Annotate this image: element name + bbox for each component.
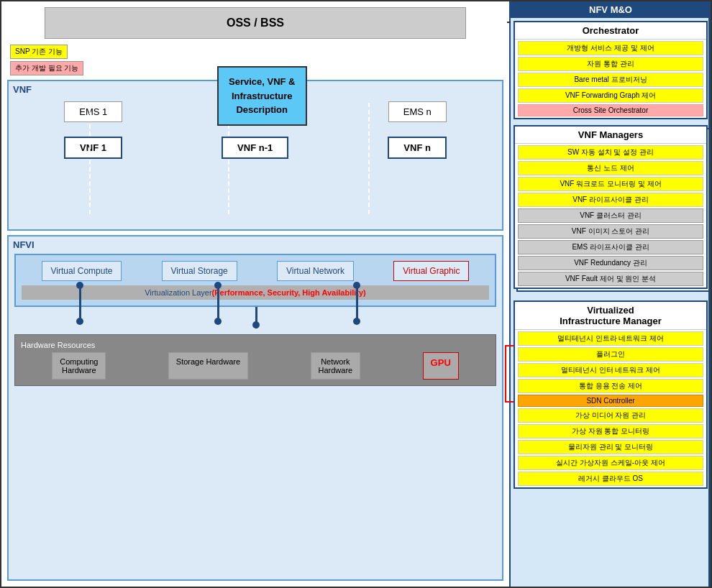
- vnf-section-label: VNF: [13, 84, 32, 95]
- vnfn-blue-line: [356, 285, 358, 321]
- vnf-box-n: VNF n: [388, 137, 447, 159]
- dashed-line-1: [89, 103, 91, 214]
- nfv-header: NFV M&O: [511, 1, 711, 18]
- hw-gpu: GPU: [423, 352, 459, 380]
- vnf-row: VNF 1 VNF n-1 VNF n: [14, 137, 496, 159]
- ems-box-n: EMS n: [388, 101, 447, 122]
- oss-conn-h: [507, 22, 511, 23]
- main-container: OSS / BSS SNP 기존 기능 추가 개발 필요 기능 Service,…: [0, 0, 712, 588]
- vnf-managers-section: VNF Managers SW 자동 설치 및 설정 관리 통신 노드 제어 V…: [514, 125, 708, 289]
- vim-item-8: 물리자원 관리 및 모니터링: [518, 440, 703, 454]
- virt-layer: Virtualization Layer(Performance, Securi…: [22, 285, 489, 300]
- right-panel: NFV M&O Orchestrator 개방형 서비스 제공 및 제어 자원 …: [509, 1, 711, 587]
- vnfn-blue-dot-bot: [353, 318, 360, 325]
- legend-yellow-item: SNP 기존 기능: [10, 45, 503, 59]
- oss-bss-box: OSS / BSS: [45, 7, 467, 39]
- connector-area: [14, 307, 496, 329]
- vnfm-item-4: VNF 라이프사이클 관리: [518, 193, 703, 207]
- vnfm-item-5: VNF 클러스터 관리: [518, 208, 703, 223]
- vim-item-3: 멀티테넌시 인터 네트워크 제어: [518, 363, 703, 377]
- virtual-resources-box: Virtual Compute Virtual Storage Virtual …: [14, 254, 496, 307]
- service-vnf-box: Service, VNF &InfrastructureDescription: [217, 66, 307, 126]
- vnfm-item-8: VNF Redundancy 관리: [518, 256, 703, 270]
- hw-label: Hardware Resources: [21, 341, 490, 349]
- vnf1-blue-line: [79, 285, 81, 321]
- legend-pink-label: 추가 개발 필요 기능: [10, 61, 83, 75]
- virtual-row: Virtual Compute Virtual Storage Virtual …: [22, 261, 489, 281]
- vim-item-7: 가상 자원 통합 모니터링: [518, 424, 703, 438]
- hw-network: NetworkHardware: [311, 352, 361, 380]
- vim-item-1: 멀티테넌시 인트라 네트워크 제어: [518, 331, 703, 346]
- left-panel: OSS / BSS SNP 기존 기능 추가 개발 필요 기능 Service,…: [1, 1, 509, 587]
- vnf-managers-title: VNF Managers: [515, 127, 706, 144]
- ems-box-1: EMS 1: [64, 101, 122, 122]
- vnf-box-n1: VNF n-1: [222, 137, 288, 159]
- vim-item-9: 실시간 가상자원 스케일-아웃 제어: [518, 456, 703, 470]
- vnfn1-blue-dot-bot: [214, 318, 222, 325]
- virtual-network: Virtual Network: [277, 261, 354, 281]
- hw-storage: Storage Hardware: [168, 352, 248, 380]
- orchestrator-title: Orchestrator: [515, 22, 706, 40]
- dashed-line-3: [368, 103, 370, 214]
- vnfm-item-6: VNF 이미지 스토어 관리: [518, 224, 703, 239]
- orchestrator-section: Orchestrator 개방형 서비스 제공 및 제어 자원 통합 관리 Ba…: [514, 21, 708, 119]
- vim-bracket: [505, 345, 514, 403]
- vim-item-2: 플러그인: [518, 347, 703, 362]
- virtual-storage: Virtual Storage: [162, 261, 237, 281]
- hardware-box: Hardware Resources ComputingHardware Sto…: [14, 334, 496, 386]
- vnfm-item-7: EMS 라이프사이클 관리: [518, 240, 703, 254]
- vnfn-blue-dot-top: [353, 282, 360, 289]
- orch-item-5: Cross Site Orchestrator: [518, 104, 703, 116]
- vim-item-6: 가상 미디어 자원 관리: [518, 408, 703, 423]
- vnf1-blue-dot-top: [76, 282, 83, 289]
- vnfn1-blue-line: [217, 285, 219, 321]
- orch-item-3: Bare metal 프로비저닝: [518, 73, 703, 87]
- virtual-compute: Virtual Compute: [42, 261, 122, 281]
- nfvi-section-label: NFVI: [13, 239, 35, 250]
- vim-section: VirtualizedInfrastructure Manager 멀티테넌시 …: [514, 300, 708, 489]
- vnfm-item-2: 통신 노드 제어: [518, 161, 703, 175]
- vnfn1-blue-dot-top: [214, 282, 222, 289]
- vnf-managers-wrapper: VNF Managers SW 자동 설치 및 설정 관리 통신 노드 제어 V…: [514, 125, 708, 289]
- vnf1-blue-dot-bot: [76, 318, 83, 325]
- vnf-box-1: VNF 1: [64, 137, 122, 159]
- hw-computing: ComputingHardware: [52, 352, 106, 380]
- hw-row: ComputingHardware Storage Hardware Netwo…: [21, 352, 490, 380]
- legend-yellow-label: SNP 기존 기능: [10, 45, 68, 59]
- vnfm-item-9: VNF Fault 제어 및 원인 분석: [518, 272, 703, 286]
- orch-item-4: VNF Forwarding Graph 제어: [518, 88, 703, 103]
- right-border: [708, 1, 711, 587]
- orch-item-1: 개방형 서비스 제공 및 제어: [518, 41, 703, 55]
- vim-item-10: 레거시 클라우드 OS: [518, 472, 703, 486]
- blue-dot-bottom: [252, 321, 260, 329]
- vim-title: VirtualizedInfrastructure Manager: [515, 302, 706, 330]
- vnfm-item-1: SW 자동 설치 및 설정 관리: [518, 145, 703, 160]
- vnfm-item-3: VNF 워크로드 모니터링 및 제어: [518, 177, 703, 191]
- vim-item-4: 통합 응용 전송 제어: [518, 379, 703, 393]
- virtual-graphic: Virtual Graphic: [393, 261, 469, 281]
- vim-item-5: SDN Controller: [518, 395, 703, 407]
- orch-item-2: 자원 통합 관리: [518, 57, 703, 71]
